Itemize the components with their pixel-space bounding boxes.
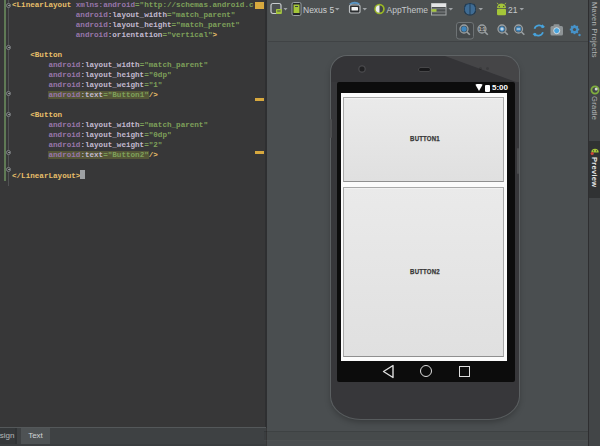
svg-text:21: 21 bbox=[508, 5, 518, 15]
svg-text:Nexus 5: Nexus 5 bbox=[303, 5, 334, 15]
svg-text:1:1: 1:1 bbox=[479, 27, 486, 32]
svg-text:AppTheme: AppTheme bbox=[387, 5, 429, 15]
